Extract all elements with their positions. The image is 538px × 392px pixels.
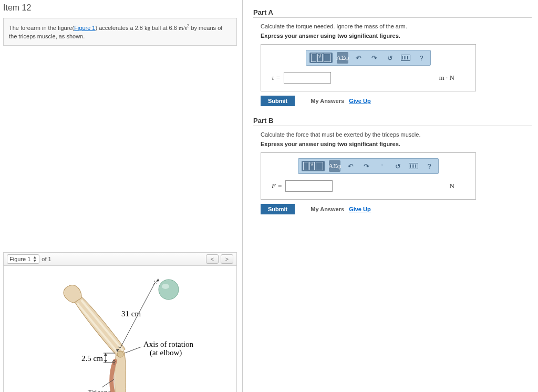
dim-31cm: 31 cm <box>121 310 141 318</box>
part-b-input[interactable] <box>285 180 333 192</box>
figure-panel: Figure 1 ▲▼ of 1 < > <box>3 252 237 392</box>
figure-link[interactable]: Figure 1 <box>74 25 95 31</box>
figure-next-button[interactable]: > <box>221 254 233 264</box>
svg-line-0 <box>77 304 119 354</box>
separator-icon: ' <box>376 160 388 172</box>
part-a-title: Part A <box>253 8 532 18</box>
undo-icon[interactable]: ↶ <box>353 52 364 64</box>
part-b-answer-box: √ ΑΣφ ↶ ↷ ' ↺ ? F = N <box>261 152 476 200</box>
part-a-answer-box: √ ΑΣφ ↶ ↷ ↺ ? τ = m · N <box>261 44 476 91</box>
equation-toolbar-a: √ ΑΣφ ↶ ↷ ↺ ? <box>306 50 431 66</box>
triceps-label: Triceps <box>87 388 111 392</box>
unit-kg: kg <box>144 25 150 31</box>
part-a-desc: Calculate the torque needed. Ignore the … <box>261 23 532 29</box>
part-a-input[interactable] <box>284 72 331 84</box>
problem-statement: The forearm in the figure(Figure 1) acce… <box>3 18 237 46</box>
part-b-desc: Calculate the force that must be exerted… <box>261 131 532 138</box>
undo-icon[interactable]: ↶ <box>345 160 356 172</box>
updown-icon: ▲▼ <box>33 255 37 263</box>
dim-2-5cm: 2.5 cm <box>81 354 103 363</box>
reset-icon[interactable]: ↺ <box>392 160 404 172</box>
svg-point-2 <box>159 280 179 300</box>
svg-point-3 <box>162 284 169 289</box>
keyboard-icon[interactable] <box>408 160 419 172</box>
item-title: Item 12 <box>3 3 237 13</box>
my-answers-label: My Answers <box>311 206 344 212</box>
axis-label-2: (at elbow) <box>150 348 182 357</box>
figure-header: Figure 1 ▲▼ of 1 < > <box>4 253 236 266</box>
svg-line-1 <box>81 300 123 350</box>
figure-image: 31 cm 2.5 cm Axis of rotation (at elbow)… <box>4 266 236 392</box>
problem-text-3: ball at 6.6 <box>150 25 179 31</box>
part-b-title: Part B <box>253 117 532 126</box>
give-up-link[interactable]: Give Up <box>349 98 371 104</box>
part-b-submit-button[interactable]: Submit <box>261 204 295 214</box>
part-b-links: My Answers Give Up <box>311 206 370 212</box>
keyboard-icon[interactable] <box>400 52 411 64</box>
my-answers-label: My Answers <box>311 98 344 104</box>
part-b-instruction: Express your answer using two significan… <box>261 141 532 147</box>
help-icon[interactable]: ? <box>416 52 427 64</box>
part-a-links: My Answers Give Up <box>311 98 370 104</box>
problem-text-1: The forearm in the figure( <box>9 25 74 31</box>
svg-point-4 <box>117 351 123 357</box>
redo-icon[interactable]: ↷ <box>368 52 380 64</box>
part-a-submit-button[interactable]: Submit <box>261 96 295 106</box>
unit-ms2: m/s2 <box>179 25 189 31</box>
part-a-variable: τ = <box>272 74 281 82</box>
axis-label-1: Axis of rotation <box>143 340 193 348</box>
figure-selector[interactable]: Figure 1 ▲▼ <box>7 254 39 264</box>
give-up-link[interactable]: Give Up <box>349 206 371 212</box>
template-button[interactable]: √ <box>309 53 333 63</box>
reset-icon[interactable]: ↺ <box>384 52 396 64</box>
figure-prev-button[interactable]: < <box>206 254 219 264</box>
figure-count: of 1 <box>42 256 51 262</box>
svg-line-9 <box>125 347 141 353</box>
template-button[interactable]: √ <box>302 161 325 171</box>
help-icon[interactable]: ? <box>423 160 435 172</box>
problem-text-2: ) accelerates a 2.8 <box>95 25 144 31</box>
part-b-unit: N <box>450 182 454 190</box>
figure-selector-label: Figure 1 <box>9 256 30 262</box>
redo-icon[interactable]: ↷ <box>360 160 372 172</box>
equation-toolbar-b: √ ΑΣφ ↶ ↷ ' ↺ ? <box>298 158 439 174</box>
part-a-unit: m · N <box>439 74 454 82</box>
part-b-variable: F = <box>272 182 282 190</box>
part-a-instruction: Express your answer using two significan… <box>261 33 532 39</box>
greek-button[interactable]: ΑΣφ <box>337 52 348 64</box>
greek-button[interactable]: ΑΣφ <box>329 160 340 172</box>
